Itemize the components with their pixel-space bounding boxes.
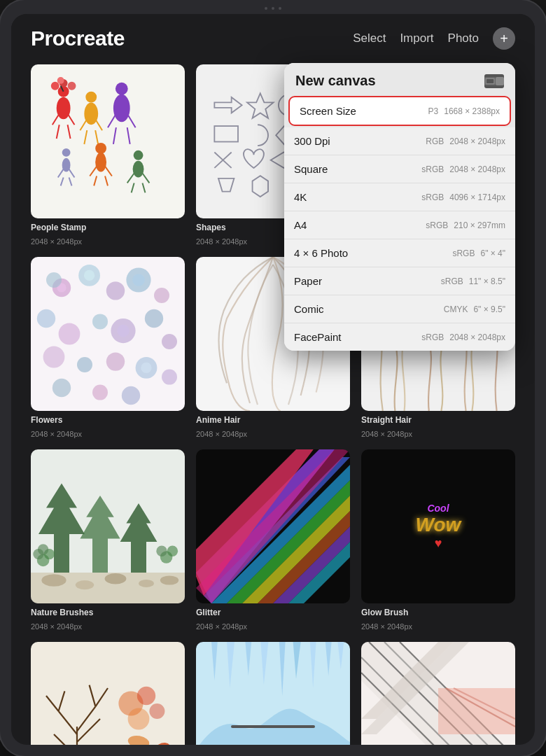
gallery-item-nature-brushes[interactable]: Nature Brushes 2048 × 2048px: [31, 449, 185, 631]
svg-point-79: [41, 574, 66, 587]
svg-line-9: [57, 125, 59, 139]
svg-point-23: [95, 143, 106, 154]
canvas-name-a4: A4: [294, 219, 307, 231]
svg-point-80: [76, 580, 94, 589]
canvas-name-square: Square: [294, 163, 328, 175]
gallery-item-sublabel: 2048 × 2048px: [196, 622, 350, 631]
scroll-indicator: [231, 725, 315, 728]
gallery-item-sublabel: 2048 × 2048px: [361, 430, 515, 438]
svg-point-3: [68, 82, 76, 90]
canvas-item-4k[interactable]: 4KsRGB4096 × 1714px: [284, 183, 515, 211]
svg-line-19: [108, 113, 116, 127]
canvas-dimensions-screen-size: 1668 × 2388px: [444, 106, 500, 116]
select-button[interactable]: Select: [353, 31, 386, 46]
thumb-nature-brushes: [31, 449, 185, 603]
gallery-item-brick-animal[interactable]: Brick & Animal Print 2048 × 2048px: [361, 642, 515, 745]
svg-point-110: [128, 708, 150, 730]
canvas-dimensions-paper: 11" × 8.5": [469, 276, 505, 286]
canvas-details-paper: sRGB11" × 8.5": [441, 276, 505, 286]
top-bar: Procreate Select Import Photo +: [11, 14, 535, 59]
svg-point-82: [139, 580, 154, 587]
canvas-colorspace-a4: sRGB: [426, 220, 448, 230]
svg-point-87: [38, 544, 48, 554]
gallery-item-glitter[interactable]: Glitter 2048 × 2048px: [196, 449, 350, 631]
canvas-item-facepaint[interactable]: FacePaintsRGB2048 × 2048px: [284, 323, 515, 351]
app-title: Procreate: [31, 27, 125, 50]
canvas-name-screen-size: Screen Size: [300, 105, 356, 117]
svg-line-21: [113, 127, 116, 144]
gallery-item-flowers[interactable]: Flowers 2048 × 2048px: [31, 257, 185, 438]
gallery-item-winter-set[interactable]: Winter Set 2048 × 2048px: [196, 642, 350, 745]
gallery-item-glow-brush[interactable]: Cool Wow ♥ Glow Brush 2048 × 2048px: [361, 449, 515, 631]
gallery-item-people-stamp[interactable]: People Stamp 2048 × 2048px: [31, 64, 185, 246]
svg-point-73: [92, 385, 108, 400]
ipad-screen: Procreate Select Import Photo +: [11, 14, 535, 745]
canvas-dimensions-comic: 6" × 9.5": [473, 304, 505, 314]
thumb-winter-set: [196, 642, 350, 745]
canvas-item-a4[interactable]: A4sRGB210 × 297mm: [284, 211, 515, 239]
svg-point-89: [156, 546, 167, 556]
svg-line-8: [68, 113, 75, 125]
svg-point-65: [162, 334, 177, 349]
canvas-item-comic[interactable]: ComicCMYK6" × 9.5": [284, 295, 515, 323]
svg-line-34: [143, 183, 146, 192]
svg-point-58: [154, 288, 169, 303]
svg-marker-41: [247, 93, 273, 118]
canvas-dimensions-facepaint: 2048 × 2048px: [449, 332, 505, 342]
svg-point-67: [77, 357, 92, 372]
svg-line-38: [69, 169, 75, 178]
canvas-details-a4: sRGB210 × 297mm: [426, 220, 505, 230]
canvas-item-square[interactable]: SquaresRGB2048 × 2048px: [284, 155, 515, 183]
gallery-item-sublabel: 2048 × 2048px: [31, 237, 185, 246]
svg-point-83: [160, 575, 178, 584]
canvas-item-4x6-photo[interactable]: 4 × 6 PhotosRGB6" × 4": [284, 239, 515, 267]
canvas-name-facepaint: FacePaint: [294, 331, 342, 343]
canvas-colorspace-comic: CMYK: [444, 304, 468, 314]
svg-line-16: [95, 130, 98, 144]
svg-point-18: [113, 94, 130, 122]
svg-point-24: [95, 153, 106, 172]
ipad-frame: Procreate Select Import Photo +: [0, 0, 546, 756]
svg-line-33: [132, 183, 134, 192]
svg-point-4: [57, 77, 64, 84]
add-canvas-button[interactable]: +: [493, 27, 515, 50]
glow-cool-text: Cool: [416, 503, 461, 514]
svg-line-31: [127, 174, 134, 183]
thumb-brick-animal: [361, 642, 515, 745]
svg-line-37: [58, 169, 64, 178]
canvas-details-screen-size: P3 1668 × 2388px: [428, 106, 500, 116]
svg-rect-92: [31, 642, 185, 745]
svg-point-54: [84, 270, 94, 281]
canvas-item-paper[interactable]: PapersRGB11" × 8.5": [284, 267, 515, 295]
import-button[interactable]: Import: [400, 31, 433, 46]
svg-point-90: [167, 546, 178, 556]
popup-header: New canvas: [284, 63, 515, 96]
canvas-dimensions-300dpi: 2048 × 2048px: [449, 136, 505, 146]
svg-line-26: [105, 167, 112, 176]
gallery-item-sublabel: 2048 × 2048px: [31, 430, 185, 438]
canvas-name-4k: 4K: [294, 191, 307, 203]
svg-point-70: [141, 363, 151, 373]
gallery-item-label: Glitter: [196, 608, 350, 617]
svg-line-7: [52, 113, 59, 125]
gallery-item-sublabel: 2048 × 2048px: [196, 430, 350, 438]
canvas-colorspace-paper: sRGB: [441, 276, 463, 286]
thumb-autumn: [31, 642, 185, 745]
gallery-item-autumn[interactable]: Autumn 2048 × 2048px: [31, 642, 185, 745]
svg-point-66: [43, 346, 65, 368]
gallery-item-label: Nature Brushes: [31, 608, 185, 617]
canvas-details-facepaint: sRGB2048 × 2048px: [421, 332, 505, 342]
thumb-glow-brush: Cool Wow ♥: [361, 449, 515, 603]
svg-point-55: [106, 281, 125, 300]
canvas-dimensions-square: 2048 × 2048px: [449, 164, 505, 174]
svg-point-109: [137, 687, 155, 705]
svg-point-30: [133, 161, 144, 178]
gallery-item-label: Straight Hair: [361, 415, 515, 425]
svg-point-35: [62, 148, 71, 157]
canvas-item-300dpi[interactable]: 300 DpiRGB2048 × 2048px: [284, 127, 515, 155]
svg-point-68: [106, 352, 125, 370]
photo-button[interactable]: Photo: [448, 31, 479, 46]
canvas-name-4x6-photo: 4 × 6 Photo: [294, 247, 348, 259]
canvas-item-screen-size[interactable]: Screen Size P3 1668 × 2388px: [288, 96, 511, 126]
canvas-details-300dpi: RGB2048 × 2048px: [426, 136, 505, 146]
